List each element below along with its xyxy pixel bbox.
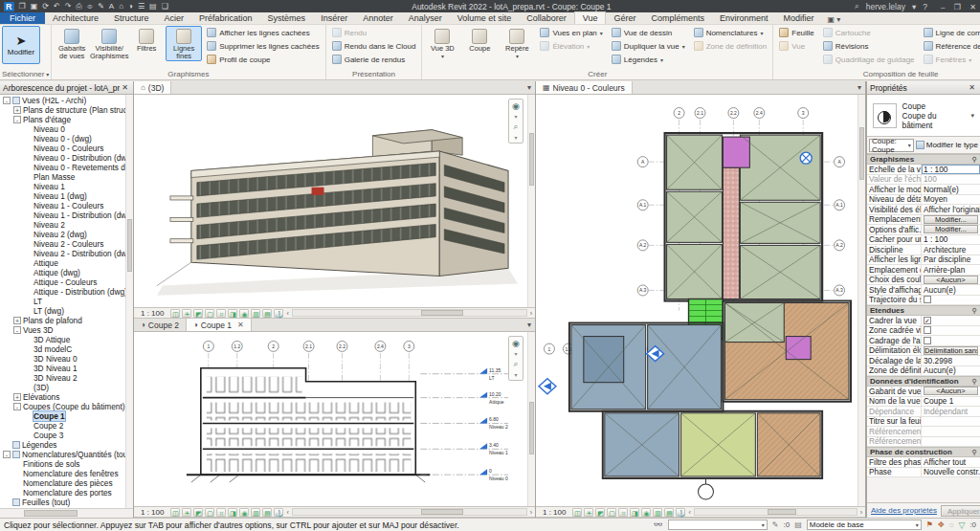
tree-item[interactable]: (3D)	[0, 383, 133, 392]
tree-item[interactable]: Niveau 0 - Distribution (dwg)	[0, 153, 133, 163]
browser-hscrollbar[interactable]	[0, 508, 133, 518]
level-head-icon[interactable]	[479, 368, 487, 374]
scroll-right-icon[interactable]: ›	[530, 509, 532, 516]
3d-vscrollbar[interactable]	[527, 95, 535, 307]
checkbox[interactable]	[924, 296, 931, 303]
schedules-button[interactable]: Nomenclatures	[690, 26, 771, 39]
worksharing-display-icon[interactable]: ▥	[251, 508, 260, 517]
modify-icon[interactable]: ✎	[98, 0, 104, 12]
tree-item[interactable]: Niveau 2	[0, 220, 133, 230]
close-icon[interactable]: ✕	[237, 321, 244, 329]
ribbon-tab-vue[interactable]: Vue	[574, 11, 607, 24]
undo-icon[interactable]: ↶	[54, 0, 60, 12]
tree-item[interactable]: Nomenclature des portes	[0, 488, 133, 498]
property-button[interactable]: Modifier...	[924, 215, 978, 224]
ribbon-tab-environment[interactable]: Environment	[712, 12, 776, 24]
view-scale[interactable]: 1 : 100	[137, 308, 167, 319]
property-value[interactable]: Nouvelle constr...	[922, 468, 980, 477]
cart-icon[interactable]: ▾	[912, 2, 916, 11]
visual-style-icon[interactable]: ◫	[572, 508, 582, 517]
browser-vscrollbar[interactable]	[125, 95, 133, 508]
tree-item[interactable]: Niveau 0	[0, 124, 133, 134]
property-value[interactable]: 100	[922, 175, 980, 185]
tree-item[interactable]: -Plans d'étage	[0, 115, 133, 124]
tree-item[interactable]: +Plans de structure (Plan structurel)	[0, 105, 133, 115]
tree-expander-icon[interactable]: +	[13, 106, 21, 114]
scroll-left-icon[interactable]: ‹	[286, 310, 288, 317]
modify-button[interactable]: ➤ Modifier	[2, 26, 40, 64]
tree-item[interactable]: -Nomenclatures/Quantités (tout)	[0, 450, 133, 459]
reveal-constraints-icon[interactable]: ⚓	[676, 508, 685, 517]
property-value[interactable]: Normal(e)	[922, 185, 980, 194]
ribbon-tab-modifier[interactable]: Modifier	[776, 12, 822, 24]
property-value[interactable]: Par discipline	[922, 255, 980, 265]
property-value[interactable]: Arrière-plan	[922, 265, 980, 275]
property-value[interactable]: Modifier...	[922, 215, 980, 225]
sync-icon[interactable]: ⟳	[42, 0, 49, 12]
tree-item[interactable]: Niveau 2 - Distribution (dwg)	[0, 249, 133, 258]
tree-item[interactable]: Niveau 1 - Couleurs	[0, 201, 133, 210]
filters-button[interactable]: Filtres	[128, 26, 165, 54]
sun-path-icon[interactable]: ☀	[182, 508, 191, 517]
ribbon-tab-annoter[interactable]: Annoter	[355, 12, 401, 24]
property-value[interactable]: Aucun(e)	[922, 285, 980, 295]
zoom-icon[interactable]: ⌕	[513, 359, 518, 369]
scroll-left-icon[interactable]: ‹	[286, 509, 288, 516]
checkbox[interactable]	[924, 326, 931, 334]
worksharing-display-icon[interactable]: ▥	[653, 508, 662, 517]
matchline-button[interactable]: Ligne de correspondance	[920, 26, 980, 39]
show-hidden-lines-button[interactable]: Afficher les lignes cachées	[203, 26, 323, 39]
section-marker[interactable]	[539, 379, 556, 394]
editable-only-icon[interactable]: ✎	[772, 520, 779, 529]
reveal-constraints-icon[interactable]: ⚓	[274, 309, 283, 318]
type-selector-combo[interactable]: Coupe: Coupe ▾	[869, 139, 914, 152]
redo-icon[interactable]: ↷	[65, 0, 72, 12]
level-head-icon[interactable]	[479, 443, 487, 449]
type-selector-preview[interactable]: Coupe Coupe du bâtiment ▾	[867, 95, 980, 137]
ribbon-tab-architecture[interactable]: Architecture	[45, 12, 106, 24]
ribbon-tab-volume-et-site[interactable]: Volume et site	[450, 12, 520, 24]
tree-item[interactable]: 3D Attique	[0, 335, 133, 344]
pin-icon[interactable]: ⚲	[972, 156, 977, 164]
tree-item[interactable]: 3D Niveau 1	[0, 364, 133, 373]
remove-hidden-lines-button[interactable]: Supprimer les lignes cachées	[203, 39, 323, 53]
tree-expander-icon[interactable]: -	[13, 403, 21, 410]
spot-marker[interactable]	[800, 152, 812, 164]
tree-item[interactable]: 3D Niveau 2	[0, 373, 133, 383]
tree-item[interactable]: 3d modelC	[0, 344, 133, 354]
view-reference-button[interactable]: Référence de vue	[920, 39, 980, 53]
tree-expander-icon[interactable]: -	[3, 451, 11, 458]
shadows-icon[interactable]: ◩	[193, 309, 203, 318]
properties-section-header[interactable]: Etendues⚲	[867, 305, 980, 316]
tab-overflow-icon[interactable]: ▾	[523, 81, 535, 94]
viewport-section[interactable]: 11.222.12.22.43	[134, 332, 535, 506]
zoom-icon[interactable]: ⌕	[513, 122, 518, 132]
background-process-icon[interactable]: ◌	[949, 520, 954, 529]
viewport-plan[interactable]: 22.12.22.43AAA.1A.1A.2A.2A.3A.311.11.21.…	[536, 95, 865, 506]
tree-expander-icon[interactable]: -	[13, 326, 21, 334]
tree-item[interactable]: Finitions de sols	[0, 459, 133, 469]
tree-item[interactable]: Coupe 3	[0, 431, 133, 440]
tab-overflow-icon[interactable]: ▾	[854, 81, 865, 94]
3d-view-button[interactable]: Vue 3D	[424, 26, 460, 61]
scroll-right-icon[interactable]: ›	[860, 509, 862, 516]
navigation-wheel-icon[interactable]: ◉	[512, 101, 520, 111]
level-head-icon[interactable]	[479, 469, 487, 475]
temporary-view-properties-icon[interactable]: ▤	[262, 508, 272, 517]
search-icon[interactable]: ⌕	[855, 1, 859, 11]
exclude-options-icon[interactable]: ⚑	[926, 520, 933, 529]
cut-profile-button[interactable]: Profil de coupe	[203, 53, 323, 66]
temporary-view-properties-icon[interactable]: ▤	[262, 309, 272, 318]
close-icon[interactable]: ✕	[969, 3, 976, 11]
tree-item[interactable]: 3D Niveau 0	[0, 354, 133, 364]
panel-label-composition[interactable]: Composition de feuille	[775, 69, 980, 79]
tree-item[interactable]: +Elévations	[0, 392, 133, 402]
chevron-down-icon[interactable]: ▾	[970, 112, 974, 120]
thin-lines-icon[interactable]: ☰	[138, 0, 145, 12]
tree-item[interactable]: Niveau 1 (dwg)	[0, 191, 133, 201]
drafting-view-button[interactable]: Vue de dessin	[608, 26, 689, 39]
level-head-icon[interactable]	[479, 392, 487, 398]
ribbon-tab-structure[interactable]: Structure	[106, 12, 157, 24]
section-hscrollbar[interactable]	[292, 508, 527, 516]
tree-expander-icon[interactable]: -	[3, 97, 11, 104]
